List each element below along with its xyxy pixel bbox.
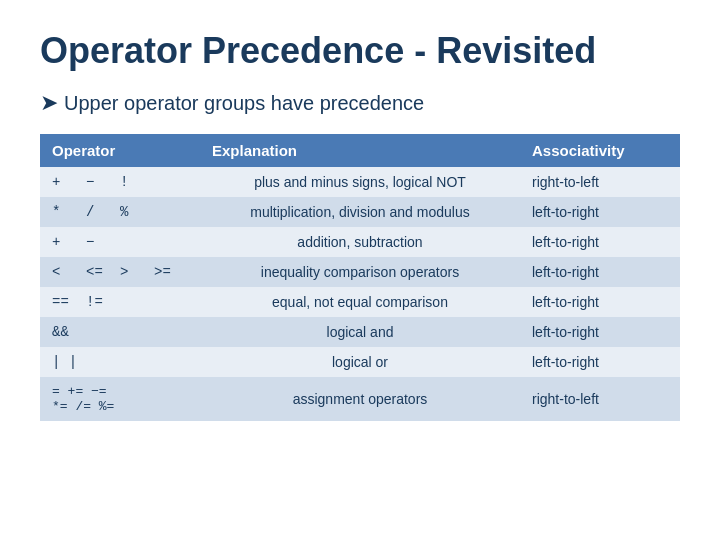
table-row: &&logical andleft-to-right — [40, 317, 680, 347]
explanation-cell: addition, subtraction — [200, 227, 520, 257]
operator-cell: + − — [40, 227, 200, 257]
associativity-cell: left-to-right — [520, 347, 680, 377]
table-row: * / %multiplication, division and modulu… — [40, 197, 680, 227]
associativity-cell: left-to-right — [520, 317, 680, 347]
slide: Operator Precedence - Revisited ➤ Upper … — [0, 0, 720, 540]
operator-cell: < <= > >= — [40, 257, 200, 287]
col-header-explanation: Explanation — [200, 134, 520, 167]
explanation-cell: logical or — [200, 347, 520, 377]
table-row: = += −=*= /= %=assignment operatorsright… — [40, 377, 680, 421]
explanation-cell: assignment operators — [200, 377, 520, 421]
explanation-cell: equal, not equal comparison — [200, 287, 520, 317]
subtitle-text: Upper operator groups have precedence — [64, 92, 424, 115]
associativity-cell: left-to-right — [520, 197, 680, 227]
explanation-cell: inequality comparison operators — [200, 257, 520, 287]
arrow-icon: ➤ — [40, 90, 58, 116]
associativity-cell: left-to-right — [520, 257, 680, 287]
table-row: < <= > >=inequality comparison operators… — [40, 257, 680, 287]
col-header-associativity: Associativity — [520, 134, 680, 167]
subtitle: ➤ Upper operator groups have precedence — [40, 90, 680, 116]
operator-table: Operator Explanation Associativity + − !… — [40, 134, 680, 421]
col-header-operator: Operator — [40, 134, 200, 167]
explanation-cell: logical and — [200, 317, 520, 347]
operator-cell: && — [40, 317, 200, 347]
operator-cell: * / % — [40, 197, 200, 227]
table-row: + −addition, subtractionleft-to-right — [40, 227, 680, 257]
operator-cell: == != — [40, 287, 200, 317]
table-row: | |logical orleft-to-right — [40, 347, 680, 377]
explanation-cell: multiplication, division and modulus — [200, 197, 520, 227]
associativity-cell: left-to-right — [520, 287, 680, 317]
operator-cell: = += −=*= /= %= — [40, 377, 200, 421]
operator-cell: | | — [40, 347, 200, 377]
explanation-cell: plus and minus signs, logical NOT — [200, 167, 520, 197]
table-row: + − !plus and minus signs, logical NOTri… — [40, 167, 680, 197]
associativity-cell: left-to-right — [520, 227, 680, 257]
associativity-cell: right-to-left — [520, 377, 680, 421]
page-title: Operator Precedence - Revisited — [40, 30, 680, 72]
associativity-cell: right-to-left — [520, 167, 680, 197]
table-row: == !=equal, not equal comparisonleft-to-… — [40, 287, 680, 317]
operator-cell: + − ! — [40, 167, 200, 197]
